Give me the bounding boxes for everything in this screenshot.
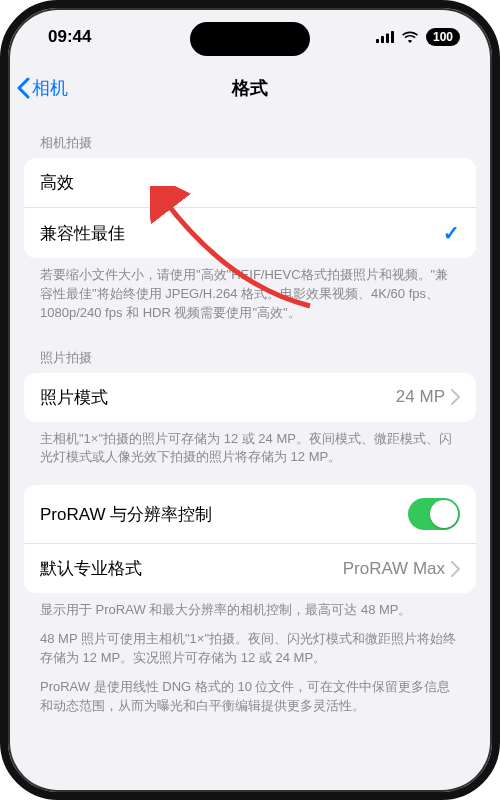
toggle-proraw[interactable] [408,498,460,530]
row-label: 默认专业格式 [40,557,142,580]
chevron-left-icon [16,77,30,99]
nav-bar: 相机 格式 [8,66,492,110]
group-photo: 照片模式 24 MP [24,373,476,422]
row-photo-mode[interactable]: 照片模式 24 MP [24,373,476,422]
row-label: ProRAW 与分辨率控制 [40,503,212,526]
row-value: 24 MP [396,387,460,407]
dynamic-island [190,22,310,56]
section-header-capture: 相机拍摄 [24,126,476,158]
back-button[interactable]: 相机 [16,76,68,100]
row-default-format[interactable]: 默认专业格式 ProRAW Max [24,544,476,593]
svg-rect-3 [391,31,394,43]
footer-photo: 主相机"1×"拍摄的照片可存储为 12 或 24 MP。夜间模式、微距模式、闪光… [24,422,476,486]
battery-icon: 100 [426,28,460,46]
status-time: 09:44 [48,27,91,47]
row-high-efficiency[interactable]: 高效 [24,158,476,208]
wifi-icon [401,31,419,44]
footer-proraw-2: 48 MP 照片可使用主相机"1×"拍摄。夜间、闪光灯模式和微距照片将始终存储为… [24,630,476,678]
back-label: 相机 [32,76,68,100]
checkmark-icon: ✓ [443,221,460,245]
cellular-icon [376,31,394,43]
status-icons: 100 [376,28,460,46]
chevron-right-icon [451,389,460,405]
row-label: 高效 [40,171,74,194]
footer-capture: 若要缩小文件大小，请使用"高效"HEIF/HEVC格式拍摄照片和视频。"兼容性最… [24,258,476,341]
row-proraw-control[interactable]: ProRAW 与分辨率控制 [24,485,476,544]
footer-proraw-1: 显示用于 ProRAW 和最大分辨率的相机控制，最高可达 48 MP。 [24,593,476,630]
row-label: 兼容性最佳 [40,222,125,245]
page-title: 格式 [8,76,492,100]
section-header-photo: 照片拍摄 [24,341,476,373]
chevron-right-icon [451,561,460,577]
group-proraw: ProRAW 与分辨率控制 默认专业格式 ProRAW Max [24,485,476,593]
row-most-compatible[interactable]: 兼容性最佳 ✓ [24,208,476,258]
svg-rect-0 [376,39,379,43]
content-scroll[interactable]: 相机拍摄 高效 兼容性最佳 ✓ 若要缩小文件大小，请使用"高效"HEIF/HEV… [8,110,492,792]
footer-proraw-3: ProRAW 是使用线性 DNG 格式的 10 位文件，可在文件中保留更多信息和… [24,678,476,734]
svg-rect-2 [386,34,389,44]
phone-frame: 09:44 100 相机 格式 相机拍摄 高效 兼容性最佳 ✓ 若要缩小文件大小… [0,0,500,800]
row-value: ProRAW Max [343,559,460,579]
svg-rect-1 [381,36,384,43]
group-capture: 高效 兼容性最佳 ✓ [24,158,476,258]
toggle-knob [430,500,458,528]
row-value-text: ProRAW Max [343,559,445,579]
row-label: 照片模式 [40,386,108,409]
row-value-text: 24 MP [396,387,445,407]
